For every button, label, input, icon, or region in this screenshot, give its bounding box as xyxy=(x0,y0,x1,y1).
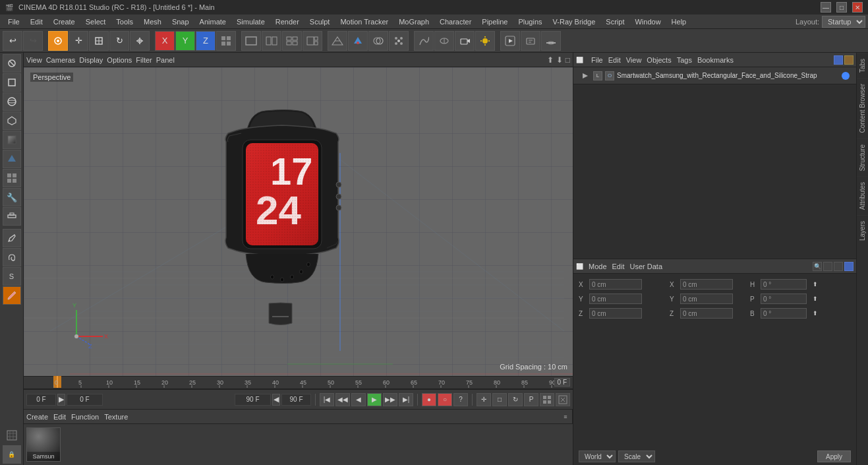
key-help-button[interactable]: ? xyxy=(453,393,468,406)
obj-objects[interactable]: Objects xyxy=(647,56,671,64)
menu-create[interactable]: Create xyxy=(48,16,80,27)
step-back-button[interactable]: ◀◀ xyxy=(335,393,350,406)
b-field[interactable] xyxy=(761,308,807,319)
y-rot-field[interactable] xyxy=(680,294,733,304)
left-btn-1[interactable] xyxy=(3,54,21,73)
left-btn-2[interactable] xyxy=(3,73,21,92)
menu-animate[interactable]: Animate xyxy=(194,16,231,27)
material-samsun[interactable]: Samsun xyxy=(26,427,61,462)
attr-color-btn[interactable] xyxy=(844,262,854,271)
left-btn-11[interactable] xyxy=(3,248,21,266)
camera-button[interactable] xyxy=(455,31,475,51)
world-select[interactable]: World xyxy=(579,450,616,462)
vt-panel[interactable]: Panel xyxy=(156,56,175,64)
menu-mograph[interactable]: MoGraph xyxy=(393,16,434,27)
viewport-custom[interactable] xyxy=(303,31,322,51)
left-btn-13[interactable] xyxy=(3,286,21,305)
menu-plugins[interactable]: Plugins xyxy=(513,16,547,27)
attr-mode[interactable]: Mode xyxy=(589,263,607,270)
play-back-button[interactable]: ◀ xyxy=(351,393,366,406)
tab-attributes[interactable]: Attributes xyxy=(857,176,868,215)
y-axis-button[interactable]: Y xyxy=(175,31,195,51)
z-axis-button[interactable]: Z xyxy=(196,31,216,51)
h-field[interactable] xyxy=(761,279,807,290)
timeline-ruler[interactable]: 0 5 10 15 20 25 30 35 40 xyxy=(24,376,573,389)
tab-tabs[interactable]: Tabs xyxy=(857,53,868,78)
move-key-button[interactable]: ✛ xyxy=(477,393,491,406)
minimize-button[interactable]: — xyxy=(821,2,831,13)
jump-start-button[interactable]: |◀ xyxy=(320,393,334,406)
record-button[interactable]: ● xyxy=(422,393,436,406)
menu-pipeline[interactable]: Pipeline xyxy=(477,16,513,27)
left-btn-12[interactable]: S xyxy=(3,267,21,286)
mat-edit[interactable]: Edit xyxy=(53,413,66,421)
move-tool-button[interactable]: ✛ xyxy=(69,31,88,51)
tab-content-browser[interactable]: Content Browser xyxy=(857,78,868,138)
obj-panel-btn1[interactable] xyxy=(834,55,843,65)
preview-end-field[interactable] xyxy=(235,394,271,406)
x-pos-field[interactable] xyxy=(589,279,642,290)
h-arrows[interactable]: ⬆ xyxy=(811,281,820,288)
p-field[interactable] xyxy=(761,294,807,304)
step-forward-button[interactable]: ▶▶ xyxy=(383,393,397,406)
attr-search-btn[interactable]: 🔍 xyxy=(813,262,822,271)
obj-view[interactable]: View xyxy=(626,56,642,64)
preview-start-field[interactable] xyxy=(67,394,103,406)
menu-tools[interactable]: Tools xyxy=(111,16,138,27)
boole-button[interactable] xyxy=(368,31,388,51)
end-frame-field[interactable] xyxy=(281,394,311,406)
tab-layers[interactable]: Layers xyxy=(857,215,868,246)
obj-panel-btn2[interactable] xyxy=(844,55,854,65)
menu-mesh[interactable]: Mesh xyxy=(138,16,167,27)
scale-select[interactable]: Scale xyxy=(618,450,655,462)
light-button[interactable] xyxy=(475,31,495,51)
left-btn-6[interactable] xyxy=(3,150,21,168)
menu-simulate[interactable]: Simulate xyxy=(231,16,270,27)
mat-create[interactable]: Create xyxy=(26,413,48,421)
left-btn-4[interactable] xyxy=(3,111,21,130)
layout-dropdown[interactable]: Startup xyxy=(822,16,865,28)
attr-user-data[interactable]: User Data xyxy=(630,263,663,270)
left-btn-9[interactable] xyxy=(3,207,21,226)
viewport-single[interactable] xyxy=(241,31,261,51)
select-key-button[interactable]: □ xyxy=(492,393,507,406)
x-axis-button[interactable]: X xyxy=(155,31,175,51)
perspective-button[interactable] xyxy=(328,31,347,51)
jump-end-button[interactable]: ▶| xyxy=(399,393,413,406)
attr-lock-btn[interactable] xyxy=(823,262,832,271)
close-button[interactable]: ✕ xyxy=(852,2,863,13)
left-btn-10[interactable] xyxy=(3,229,21,247)
left-btn-8[interactable]: 🔧 xyxy=(3,188,21,206)
transform-button[interactable] xyxy=(130,31,150,51)
menu-window[interactable]: Window xyxy=(629,16,666,27)
nurbs-button[interactable] xyxy=(414,31,434,51)
menu-vray[interactable]: V-Ray Bridge xyxy=(548,16,601,27)
array-button[interactable] xyxy=(389,31,409,51)
menu-select[interactable]: Select xyxy=(80,16,111,27)
redo-button[interactable]: ↪ xyxy=(23,31,43,51)
scene-render-button[interactable] xyxy=(500,31,520,51)
x-rot-field[interactable] xyxy=(680,279,733,290)
left-btn-3[interactable] xyxy=(3,92,21,111)
attr-options-btn[interactable] xyxy=(834,262,843,271)
obj-edit[interactable]: Edit xyxy=(608,56,621,64)
menu-edit[interactable]: Edit xyxy=(25,16,48,27)
scale-tool-button[interactable] xyxy=(89,31,109,51)
y-pos-field[interactable] xyxy=(589,294,642,304)
tab-structure[interactable]: Structure xyxy=(857,139,868,177)
play-button[interactable]: ▶ xyxy=(367,393,382,406)
left-layer-lock[interactable] xyxy=(3,426,21,445)
left-btn-7[interactable] xyxy=(3,169,21,187)
z-pos-field[interactable] xyxy=(589,308,642,319)
z-rot-field[interactable] xyxy=(680,308,733,319)
display-tag-button[interactable] xyxy=(521,31,540,51)
pos-key-button[interactable] xyxy=(540,393,554,406)
menu-file[interactable]: File xyxy=(3,16,25,27)
material-button[interactable] xyxy=(348,31,368,51)
obj-tags[interactable]: Tags xyxy=(677,56,692,64)
vt-filter[interactable]: Filter xyxy=(136,56,152,64)
maximize-button[interactable]: □ xyxy=(836,2,847,13)
attr-edit[interactable]: Edit xyxy=(612,263,625,270)
options-key-button[interactable] xyxy=(556,393,570,406)
left-lock-button[interactable]: 🔒 xyxy=(3,445,21,464)
